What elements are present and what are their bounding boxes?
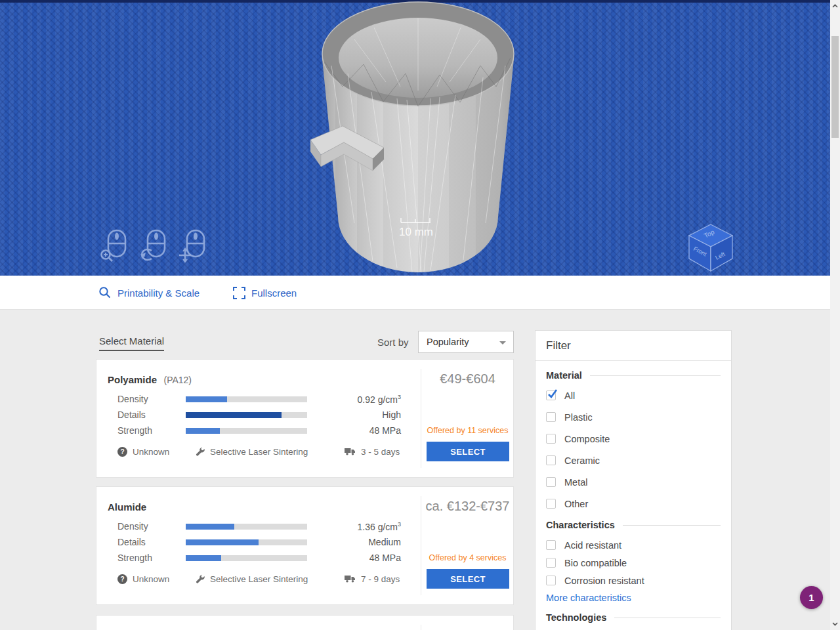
delivery-text: 7 - 9 days [361,574,400,584]
spec-label: Strength [117,425,186,436]
offer-count: Offered by 4 services [424,553,511,564]
details-value: Medium [307,537,401,547]
details-bar [186,539,307,545]
checkbox-row-ceramic[interactable]: Ceramic [546,455,721,466]
details-bar [186,412,307,418]
checkbox-label: Corrosion resistant [564,576,644,586]
mouse-rotate-hint-icon [140,228,169,262]
checkbox-label: Composite [564,434,610,444]
spec-label: Density [117,394,186,404]
spec-label: Details [117,537,186,547]
wrench-icon [196,447,205,456]
technology-label: Selective Laser Sintering [196,446,308,457]
scrollbar[interactable] [830,0,840,630]
checkbox[interactable] [546,540,556,550]
page: 10 mm [0,0,840,630]
card-purchase-column: ca. €132-€737 Offered by 4 services SELE… [421,496,514,595]
spec-row-details: Details High [117,408,401,421]
strength-value: 48 MPa [307,553,401,563]
spec-row-strength: Strength 48 MPa [117,551,401,564]
checkbox-label: Ceramic [564,455,600,466]
checkbox[interactable] [546,434,556,444]
spec-row-density: Density 0.92 g/cm3 [117,392,401,406]
density-value: 1.36 g/cm3 [307,521,401,532]
strength-bar [186,428,307,434]
delivery-time: 3 - 5 days [345,446,400,457]
printability-status: ? Unknown [117,573,169,585]
fullscreen-button[interactable]: Fullscreen [233,276,297,310]
checkbox-label: Other [564,499,588,509]
checkbox-row-composite[interactable]: Composite [546,433,721,444]
spec-label: Strength [117,553,186,563]
checkbox-label: Acid resistant [564,540,621,551]
material-card-partial [96,615,514,630]
scrollbar-thumb[interactable] [831,36,839,138]
select-button[interactable]: SELECT [427,442,509,461]
viewer-toolbar: Printability & Scale Fullscreen [0,276,830,310]
spec-row-strength: Strength 48 MPa [117,424,401,437]
checkbox-label: Bio compatible [564,558,627,568]
price-range: ca. €132-€737 [421,499,514,514]
printability-text: Unknown [133,447,169,457]
checkbox[interactable] [546,412,556,422]
sort-dropdown[interactable]: Popularity [418,331,514,353]
details-bar-fill [186,539,259,545]
printability-scale-button[interactable]: Printability & Scale [98,276,200,310]
density-bar [186,524,307,530]
density-value: 0.92 g/cm3 [307,394,401,405]
truck-icon [345,448,356,455]
sort-dropdown-value: Popularity [427,337,469,347]
help-icon: ? [117,447,127,457]
checkbox-row-corrosion-resistant[interactable]: Corrosion resistant [546,575,721,586]
checkbox-row-other[interactable]: Other [546,498,721,509]
select-button[interactable]: SELECT [427,569,509,589]
truck-icon [345,575,356,583]
more-characteristics-link[interactable]: More characteristics [546,593,721,603]
technology-label: Selective Laser Sintering [196,573,308,585]
density-bar-fill [186,524,234,530]
card-column-divider [421,625,421,630]
density-bar [186,396,307,402]
filter-panel: Filter Material All Plastic Composite Ce… [535,330,732,630]
spec-row-density: Density 1.36 g/cm3 [117,520,401,533]
printability-status: ? Unknown [117,446,169,457]
select-material-tab[interactable]: Select Material [99,335,164,351]
checkbox-row-acid-resistant[interactable]: Acid resistant [546,539,721,551]
delivery-text: 3 - 5 days [361,447,400,457]
density-bar-fill [186,396,227,402]
checkbox-row-bio-compatible[interactable]: Bio compatible [546,557,721,568]
spec-row-details: Details Medium [117,536,401,549]
notification-badge[interactable]: 1 [800,586,823,609]
orientation-cube[interactable]: Top Front Left [684,220,738,276]
material-code: (PA12) [163,375,192,385]
checkbox[interactable] [546,477,556,487]
strength-value: 48 MPa [307,425,401,436]
checkbox-row-plastic[interactable]: Plastic [546,411,721,423]
fullscreen-icon [233,287,245,299]
material-card-polyamide: Polyamide (PA12) Density 0.92 g/cm3 Deta… [96,359,514,478]
checkmark-icon [547,388,558,400]
strength-bar [186,555,307,561]
offer-count: Offered by 11 services [424,425,511,436]
sort-by-label: Sort by [377,337,409,348]
material-title: Alumide [108,501,150,513]
scrollbar-down-button[interactable] [830,619,840,629]
scrollbar-up-button[interactable] [830,1,840,11]
wrench-icon [196,574,205,583]
checkbox[interactable] [546,558,556,568]
checkbox-label: Plastic [564,412,593,423]
section-heading-technologies: Technologies [546,612,721,623]
checkbox-row-metal[interactable]: Metal [546,476,721,488]
section-heading-characteristics: Characteristics [546,520,721,530]
printability-text: Unknown [133,574,169,584]
scale-label: 10 mm [399,226,433,239]
checkbox-row-all[interactable]: All [546,390,721,401]
checkbox[interactable] [546,390,556,400]
checkbox[interactable] [546,455,556,465]
checkbox[interactable] [546,576,556,585]
viewer-canvas[interactable]: 10 mm [0,0,830,276]
mouse-pan-hint-icon [179,228,208,262]
price-range: €49-€604 [421,371,514,387]
mouse-hints [100,228,208,262]
checkbox[interactable] [546,499,556,509]
